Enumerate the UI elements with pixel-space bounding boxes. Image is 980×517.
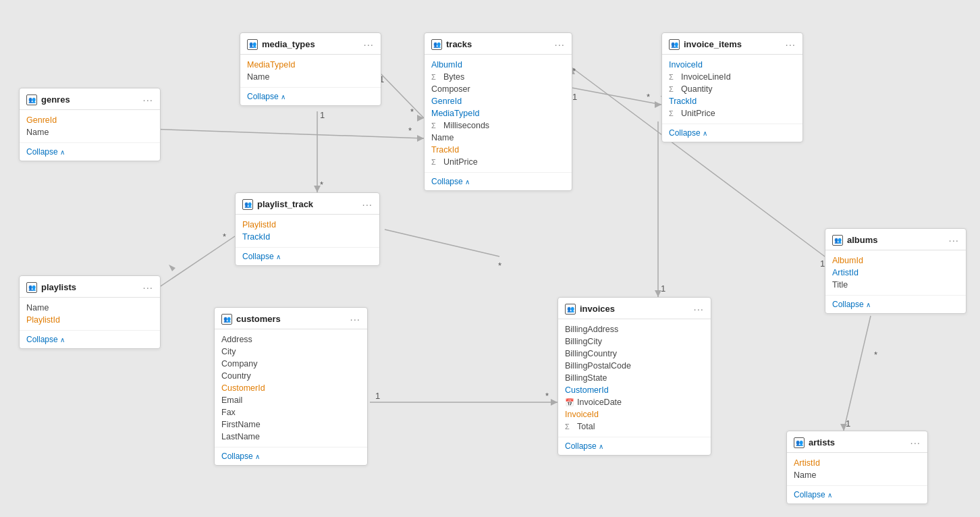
field-unitprice: ΣUnitPrice (662, 107, 802, 119)
table-customers: 👥 customers ··· Address City Company Cou… (214, 307, 368, 466)
table-icon-artists: 👥 (794, 437, 805, 448)
svg-text:*: * (545, 391, 549, 401)
field-billingcountry: BillingCountry (558, 348, 711, 360)
table-invoices: 👥 invoices ··· BillingAddress BillingCit… (557, 297, 711, 456)
field-name: Name (20, 302, 160, 314)
table-header-playlist-track: 👥 playlist_track ··· (236, 193, 379, 215)
table-menu-customers[interactable]: ··· (350, 313, 360, 325)
collapse-genres[interactable]: Collapse ∧ (20, 142, 160, 161)
table-menu-media-types[interactable]: ··· (363, 38, 374, 50)
svg-marker-37 (840, 424, 847, 431)
collapse-artists[interactable]: Collapse ∧ (787, 485, 927, 504)
table-menu-playlist-track[interactable]: ··· (362, 198, 373, 210)
svg-marker-17 (169, 265, 175, 271)
table-name-genres: genres (41, 94, 70, 105)
field-quantity: ΣQuantity (662, 83, 802, 95)
table-body-media-types: MediaTypeId Name (240, 55, 381, 86)
table-menu-genres[interactable]: ··· (142, 94, 153, 105)
field-lastname: LastName (215, 431, 367, 443)
svg-marker-11 (314, 186, 321, 192)
collapse-playlist-track[interactable]: Collapse ∧ (236, 247, 379, 265)
field-company: Company (215, 358, 367, 370)
table-body-playlists: Name PlaylistId (20, 298, 160, 329)
field-mediatypeid: MediaTypeId (240, 59, 381, 71)
table-playlists: 👥 playlists ··· Name PlaylistId Collapse… (19, 275, 161, 349)
table-header-media-types: 👥 media_types ··· (240, 33, 381, 55)
svg-line-12 (385, 229, 499, 256)
svg-marker-21 (655, 101, 661, 108)
svg-text:1: 1 (846, 418, 850, 429)
field-fax: Fax (215, 406, 367, 418)
field-city: City (215, 346, 367, 358)
table-genres: 👥 genres ··· GenreId Name Collapse ∧ (19, 88, 161, 161)
table-body-genres: GenreId Name (20, 110, 160, 141)
svg-text:1: 1 (572, 92, 577, 102)
table-icon-media-types: 👥 (247, 39, 258, 50)
table-name-customers: customers (236, 314, 281, 324)
field-invoicelineid: ΣInvoiceLineId (662, 71, 802, 83)
collapse-albums[interactable]: Collapse ∧ (825, 295, 966, 313)
table-icon-tracks: 👥 (431, 39, 442, 50)
field-billingpostalcode: BillingPostalCode (558, 360, 711, 372)
table-menu-playlists[interactable]: ··· (142, 281, 153, 293)
field-title: Title (825, 279, 966, 291)
collapse-media-types[interactable]: Collapse ∧ (240, 87, 381, 105)
collapse-customers[interactable]: Collapse ∧ (215, 447, 367, 465)
collapse-invoice-items[interactable]: Collapse ∧ (662, 124, 802, 142)
svg-text:1: 1 (375, 391, 380, 401)
table-name-albums: albums (847, 235, 878, 245)
field-name: Name (787, 469, 927, 481)
svg-text:*: * (223, 232, 226, 242)
svg-line-4 (378, 71, 424, 118)
field-artistid: ArtistId (787, 457, 927, 469)
field-invoicedate: 📅InvoiceDate (558, 396, 711, 408)
svg-line-18 (572, 88, 661, 105)
field-billingaddress: BillingAddress (558, 323, 711, 335)
svg-marker-29 (551, 399, 557, 406)
table-name-artists: artists (809, 437, 835, 447)
field-billingcity: BillingCity (558, 335, 711, 348)
table-media-types: 👥 media_types ··· MediaTypeId Name Colla… (240, 32, 381, 106)
collapse-playlists[interactable]: Collapse ∧ (20, 330, 160, 348)
table-header-invoices: 👥 invoices ··· (558, 298, 711, 319)
field-invoiceid: InvoiceId (662, 59, 802, 71)
field-artistid: ArtistId (825, 267, 966, 279)
field-name: Name (425, 132, 572, 144)
collapse-invoices[interactable]: Collapse ∧ (558, 437, 711, 455)
table-icon-genres: 👥 (26, 94, 37, 105)
collapse-tracks[interactable]: Collapse ∧ (425, 172, 572, 190)
table-menu-invoices[interactable]: ··· (693, 303, 704, 315)
svg-marker-7 (417, 115, 424, 121)
table-header-customers: 👥 customers ··· (215, 308, 367, 329)
table-menu-artists[interactable]: ··· (910, 437, 921, 448)
field-total: ΣTotal (558, 420, 711, 433)
table-body-tracks: AlbumId ΣBytes Composer GenreId MediaTyp… (425, 55, 572, 171)
field-trackid: TrackId (425, 144, 572, 156)
table-menu-tracks[interactable]: ··· (554, 38, 565, 50)
table-header-tracks: 👥 tracks ··· (425, 33, 572, 55)
field-genreid: GenreId (425, 95, 572, 107)
table-name-media-types: media_types (262, 39, 315, 49)
field-billingstate: BillingState (558, 372, 711, 384)
table-icon-albums: 👥 (832, 235, 843, 246)
table-albums: 👥 albums ··· AlbumId ArtistId Title Coll… (825, 228, 967, 314)
table-menu-invoice-items[interactable]: ··· (785, 38, 796, 50)
table-playlist-track: 👥 playlist_track ··· PlaylistId TrackId … (235, 192, 380, 266)
table-icon-invoices: 👥 (565, 304, 576, 315)
table-menu-albums[interactable]: ··· (948, 234, 959, 246)
table-icon-customers: 👥 (221, 314, 232, 325)
field-trackid: TrackId (662, 95, 802, 107)
svg-text:*: * (320, 180, 323, 190)
table-header-albums: 👥 albums ··· (825, 229, 966, 250)
field-address: Address (215, 333, 367, 346)
svg-text:*: * (498, 261, 501, 271)
table-body-invoices: BillingAddress BillingCity BillingCountr… (558, 319, 711, 435)
field-email: Email (215, 394, 367, 406)
table-body-albums: AlbumId ArtistId Title (825, 250, 966, 294)
svg-marker-25 (655, 290, 661, 297)
svg-line-0 (130, 128, 424, 138)
field-customerid: CustomerId (215, 382, 367, 394)
field-invoiceid: InvoiceId (558, 408, 711, 420)
table-header-genres: 👥 genres ··· (20, 88, 160, 110)
table-body-customers: Address City Company Country CustomerId … (215, 329, 367, 445)
